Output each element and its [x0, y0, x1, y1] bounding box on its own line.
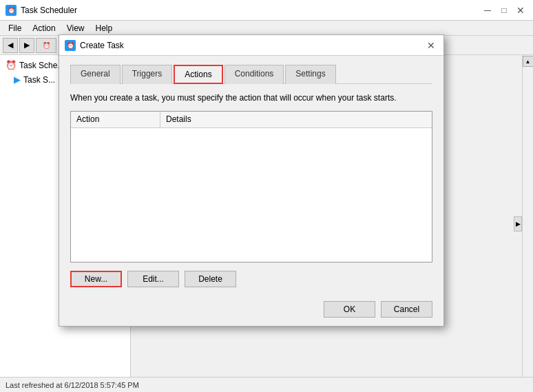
new-button[interactable]: New... — [70, 271, 122, 287]
menu-help[interactable]: Help — [90, 22, 118, 34]
col-details: Details — [160, 112, 432, 127]
create-task-modal: ⏰ Create Task ✕ General Triggers Actions… — [59, 34, 444, 327]
modal-title-icon: ⏰ — [65, 40, 76, 51]
modal-title-left: ⏰ Create Task — [65, 40, 124, 51]
modal-title: Create Task — [80, 41, 124, 50]
tab-triggers[interactable]: Triggers — [122, 65, 173, 84]
delete-button[interactable]: Delete — [185, 271, 236, 287]
sidebar-item-label-2: Task S... — [23, 75, 55, 85]
action-table-header: Action Details — [71, 112, 432, 128]
toolbar-back-btn[interactable]: ◀ — [3, 38, 18, 53]
action-table-body[interactable] — [71, 128, 432, 262]
app-titlebar: ⏰ Task Scheduler ─ □ ✕ — [0, 0, 533, 21]
modal-close-btn[interactable]: ✕ — [424, 39, 438, 52]
tab-bar: General Triggers Actions Conditions Sett… — [70, 64, 432, 84]
app-minimize-btn[interactable]: ─ — [481, 3, 494, 17]
description-text: When you create a task, you must specify… — [70, 92, 432, 104]
menu-view[interactable]: View — [61, 22, 90, 34]
modal-body: General Triggers Actions Conditions Sett… — [59, 56, 443, 326]
sidebar-item-icon-2: ▶ — [14, 74, 21, 85]
status-text: Last refreshed at 6/12/2018 5:57:45 PM — [6, 381, 139, 389]
cancel-button[interactable]: Cancel — [381, 301, 432, 318]
edit-button[interactable]: Edit... — [127, 271, 179, 287]
toolbar-forward-btn[interactable]: ▶ — [19, 38, 34, 53]
app-menubar: File Action View Help — [0, 21, 533, 36]
tab-settings[interactable]: Settings — [285, 65, 335, 84]
action-buttons-row: New... Edit... Delete — [70, 271, 432, 287]
action-table: Action Details — [70, 111, 432, 262]
toolbar-action-btn[interactable]: ⏰ — [36, 38, 56, 53]
modal-titlebar: ⏰ Create Task ✕ — [59, 35, 443, 56]
scrollbar-right: ▲ ▼ — [522, 55, 533, 392]
sidebar-item-label-1: Task Sche... — [19, 61, 64, 70]
ok-cancel-row: OK Cancel — [70, 298, 432, 318]
app-maximize-btn[interactable]: □ — [497, 3, 511, 17]
scroll-up-btn[interactable]: ▲ — [523, 56, 534, 67]
app-title: Task Scheduler — [21, 6, 77, 15]
sidebar-item-icon-1: ⏰ — [6, 60, 17, 70]
col-action: Action — [71, 112, 160, 127]
statusbar: Last refreshed at 6/12/2018 5:57:45 PM — [0, 377, 533, 392]
menu-action[interactable]: Action — [27, 22, 61, 34]
app-close-btn[interactable]: ✕ — [514, 3, 527, 17]
ok-button[interactable]: OK — [324, 301, 375, 318]
app-titlebar-icon: ⏰ — [6, 5, 17, 16]
expand-right-btn[interactable]: ▶ — [514, 216, 522, 231]
tab-general[interactable]: General — [70, 65, 121, 84]
tab-conditions[interactable]: Conditions — [224, 65, 284, 84]
tab-actions[interactable]: Actions — [174, 65, 222, 84]
menu-file[interactable]: File — [3, 22, 27, 34]
